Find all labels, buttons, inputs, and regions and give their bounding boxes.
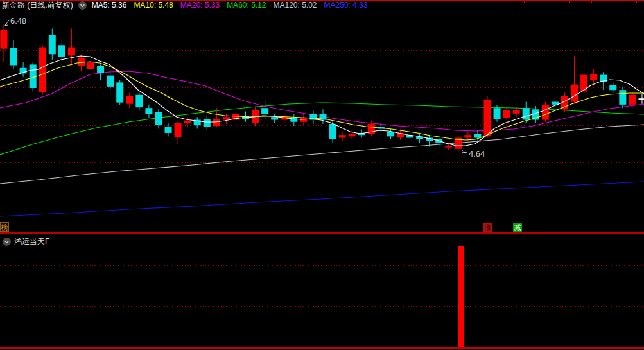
stock-title: 新金路 (日线.前复权) — [2, 1, 73, 10]
ma-legend-item-MA20: MA20: 5.33 — [180, 1, 220, 10]
ma-line-MA20 — [0, 71, 644, 131]
indicator-title: 鸿运当天F — [14, 237, 49, 246]
high-price-marker: 6.48 — [5, 16, 26, 26]
reduce-signal-badge: 减 — [513, 223, 522, 232]
ma-legend-item-MA120: MA120: 5.02 — [274, 1, 317, 10]
ma-line-MA5 — [0, 56, 644, 146]
chevron-down-icon[interactable] — [78, 1, 87, 10]
ma-line-MA250 — [0, 182, 644, 216]
ma-legend: MA5: 5.36MA10: 5.48MA20: 5.33MA60: 5.12M… — [92, 1, 368, 10]
indicator-bars — [458, 246, 464, 347]
main-chart-header: 新金路 (日线.前复权) MA5: 5.36MA10: 5.48MA20: 5.… — [2, 1, 368, 10]
rank-signal-badge: 榜 — [0, 222, 9, 232]
low-price-marker: 4.64 — [462, 149, 485, 159]
stock-chart-app: { "header": { "title": "新金路 (日线.前复权)", "… — [0, 0, 644, 350]
chevron-down-icon[interactable] — [3, 238, 11, 246]
buy-signal-badge: 涨 — [483, 223, 492, 232]
ma-line-MA120 — [0, 125, 644, 184]
indicator-chart[interactable] — [0, 234, 644, 350]
svg-text:6.48: 6.48 — [10, 16, 26, 26]
svg-text:4.64: 4.64 — [469, 149, 485, 159]
indicator-header: 鸿运当天F — [3, 237, 49, 246]
candlestick-chart[interactable]: 6.484.64 — [0, 0, 644, 234]
candles — [1, 24, 644, 152]
ma-legend-item-MA250: MA250: 4.33 — [324, 1, 368, 10]
bottom-border-line — [0, 347, 644, 349]
ma-legend-item-MA5: MA5: 5.36 — [92, 1, 127, 10]
ma-legend-item-MA60: MA60: 5.12 — [227, 1, 266, 10]
ma-legend-item-MA10: MA10: 5.48 — [134, 1, 173, 10]
main-grid — [0, 51, 644, 200]
indicator-grid — [0, 266, 644, 326]
panel-separator-line — [0, 232, 644, 234]
